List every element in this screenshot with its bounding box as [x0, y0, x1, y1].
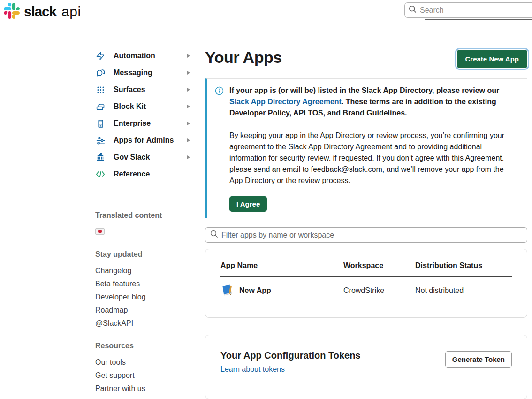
slack-api-your-apps-page: slack api Automation: [0, 0, 532, 399]
app-directory-notice: If your app is (or will be) listed in th…: [205, 78, 527, 218]
sidebar-link-slackapi[interactable]: @SlackAPI: [95, 319, 133, 328]
slack-logo-icon: [4, 3, 20, 21]
sidebar-item-gov-slack[interactable]: Gov Slack: [90, 149, 197, 166]
header-edge-line: [425, 19, 532, 20]
code-icon: [95, 169, 106, 179]
nav-label: Messaging: [114, 69, 152, 77]
chevron-right-icon: [187, 138, 190, 142]
resources-heading: Resources: [95, 342, 134, 350]
info-icon: [215, 85, 224, 212]
grid-dots-icon: [95, 84, 106, 95]
logo-api-suffix: api: [61, 4, 81, 20]
sidebar-item-automation[interactable]: Automation: [90, 47, 197, 64]
logo-wordmark: slack: [24, 4, 56, 20]
government-building-icon: [95, 152, 106, 162]
sidebar-link-partner-with-us[interactable]: Partner with us: [95, 384, 145, 393]
filter-apps-field[interactable]: [205, 227, 527, 243]
sidebar-item-enterprise[interactable]: Enterprise: [90, 115, 197, 132]
filter-apps-input[interactable]: [221, 231, 522, 239]
sidebar-link-get-support[interactable]: Get support: [95, 371, 135, 380]
page-title: Your Apps: [205, 48, 282, 67]
chat-bubbles-icon: [95, 68, 106, 78]
sidebar-divider: [90, 194, 197, 194]
tokens-title: Your App Configuration Tokens: [220, 350, 361, 361]
col-distribution-status: Distribution Status: [415, 261, 512, 270]
chevron-right-icon: [187, 88, 190, 92]
search-input[interactable]: [420, 6, 514, 15]
sidebar-link-developer-blog[interactable]: Developer blog: [95, 293, 146, 301]
config-tokens-card: Your App Configuration Tokens Learn abou…: [205, 335, 527, 399]
app-name-link[interactable]: New App: [239, 286, 271, 295]
sidebar-link-roadmap[interactable]: Roadmap: [95, 306, 128, 315]
chevron-right-icon: [187, 71, 190, 75]
sidebar-item-messaging[interactable]: Messaging: [90, 64, 197, 81]
notice-paragraph-2: By keeping your app in the App Directory…: [229, 130, 516, 186]
stay-updated-heading: Stay updated: [95, 250, 142, 259]
chevron-right-icon: [187, 122, 190, 125]
notice-paragraph-1: If your app is (or will be) listed in th…: [229, 85, 516, 119]
search-icon: [409, 5, 417, 15]
global-search[interactable]: [404, 2, 532, 18]
sidebar-item-block-kit[interactable]: Block Kit: [90, 98, 197, 115]
apps-table-card: App Name Workspace Distribution Status N…: [205, 249, 527, 318]
app-workspace: CrowdStrike: [343, 286, 415, 295]
app-table-row[interactable]: New App CrowdStrike Not distributed: [220, 277, 512, 299]
app-default-icon: [220, 283, 235, 299]
sidebar-item-surfaces[interactable]: Surfaces: [90, 81, 197, 98]
col-workspace: Workspace: [343, 261, 415, 270]
blocks-icon: [95, 101, 106, 112]
nav-label: Reference: [114, 170, 150, 178]
zap-icon: [95, 51, 106, 61]
slack-api-logo[interactable]: slack api: [4, 3, 81, 21]
col-app-name: App Name: [220, 261, 343, 270]
nav-label: Apps for Admins: [114, 136, 174, 145]
nav-label: Gov Slack: [114, 153, 150, 161]
nav-label: Block Kit: [114, 102, 146, 111]
building-icon: [95, 118, 106, 129]
translated-content-heading: Translated content: [95, 211, 162, 220]
chevron-right-icon: [187, 54, 190, 58]
japan-flag-icon[interactable]: [95, 228, 105, 235]
i-agree-button[interactable]: I Agree: [229, 196, 267, 212]
filter-search-icon: [210, 230, 218, 240]
sliders-icon: [95, 135, 106, 146]
chevron-right-icon: [187, 155, 190, 159]
nav-label: Enterprise: [114, 119, 151, 128]
top-header: slack api: [0, 0, 532, 23]
learn-about-tokens-link[interactable]: Learn about tokens: [220, 365, 285, 374]
sidebar-item-reference[interactable]: Reference: [90, 166, 197, 183]
chevron-right-icon: [187, 105, 190, 108]
sidebar-link-our-tools[interactable]: Our tools: [95, 358, 126, 367]
nav-label: Automation: [114, 52, 155, 60]
apps-table-header: App Name Workspace Distribution Status: [220, 261, 512, 277]
nav-label: Surfaces: [114, 85, 145, 94]
sidebar-link-changelog[interactable]: Changelog: [95, 267, 131, 275]
app-distribution-status: Not distributed: [415, 286, 512, 295]
sidebar-link-beta-features[interactable]: Beta features: [95, 280, 140, 288]
generate-token-button[interactable]: Generate Token: [445, 351, 512, 368]
sidebar-item-apps-for-admins[interactable]: Apps for Admins: [90, 132, 197, 149]
slack-app-directory-agreement-link[interactable]: Slack App Directory Agreement: [229, 98, 342, 106]
create-new-app-button[interactable]: Create New App: [457, 50, 527, 68]
